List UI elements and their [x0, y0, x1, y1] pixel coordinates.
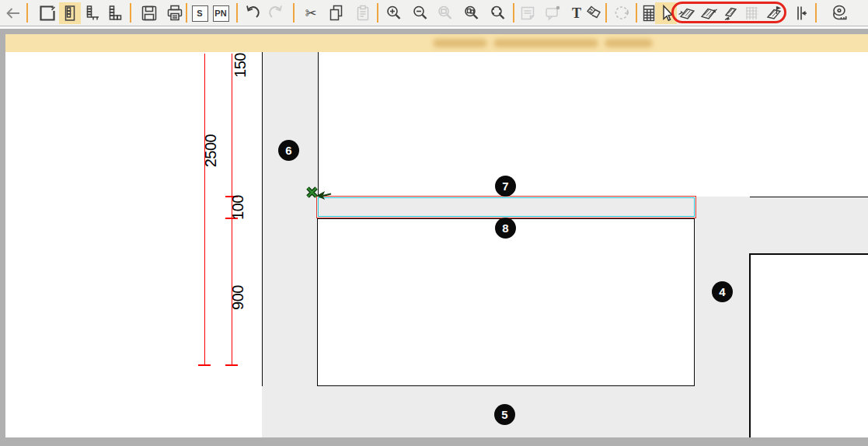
note-button[interactable] [517, 2, 539, 24]
dimension-label-top: 150 [232, 52, 250, 96]
corner-section-icon [104, 3, 124, 23]
dimension-label-lintel: 100 [229, 176, 248, 239]
wall-3d-icon [720, 3, 741, 23]
selected-lintel-element[interactable] [316, 196, 696, 218]
toolbar-separator [815, 3, 817, 23]
toolbar-separator [236, 3, 238, 23]
app-window: S PN ✂ [0, 0, 868, 446]
window-border-top [0, 29, 868, 34]
zoom-window-button[interactable] [487, 2, 509, 24]
corner-section-button[interactable] [103, 2, 125, 24]
zoom-pages-button[interactable] [461, 2, 483, 24]
arrow-left-icon [3, 3, 23, 23]
select-tool-button[interactable] [655, 2, 677, 24]
parallel-lines-arrow-icon [790, 3, 810, 23]
wall-opening-tool[interactable] [763, 2, 785, 24]
magnifier-minus-icon [410, 3, 431, 23]
magnifier-window-icon [488, 3, 508, 23]
toolbar-separator [636, 3, 637, 23]
dimension-line-total [204, 54, 205, 365]
back-button[interactable] [2, 2, 24, 24]
callout-badge: 5 [494, 404, 515, 425]
callout-badge: 6 [278, 140, 299, 161]
plan-section-icon [82, 3, 102, 23]
redo-button[interactable] [265, 2, 287, 24]
cursor-arrow-icon [656, 3, 676, 23]
magnifier-pages-icon [462, 3, 482, 23]
window-border-bottom [0, 437, 868, 446]
floppy-icon [139, 3, 159, 23]
room-outline-icon [37, 3, 58, 23]
wall-3d-icon [677, 3, 697, 23]
wall-3d-tool-2[interactable] [698, 2, 720, 24]
scissors-icon: ✂ [305, 6, 316, 20]
redo-arrow-icon [266, 3, 286, 23]
color-chips-icon [584, 3, 605, 23]
dimension-tick [225, 364, 238, 366]
s-button[interactable]: S [189, 2, 211, 24]
snap-cursor-arrow-icon [315, 190, 333, 201]
paste-button[interactable] [352, 2, 374, 24]
toolbar-separator [293, 3, 295, 23]
toolbar-separator [130, 3, 131, 23]
parallel-dimension-tool[interactable] [790, 2, 811, 24]
panel-section-icon [60, 3, 80, 23]
note-icon [518, 3, 538, 23]
room-secondary[interactable] [751, 255, 868, 437]
measure-tape-tool[interactable] [829, 2, 851, 24]
toolbar: S PN ✂ [0, 0, 868, 26]
wall-left[interactable] [262, 52, 319, 386]
zoom-in-button[interactable] [383, 2, 405, 24]
save-button[interactable] [138, 2, 160, 24]
opening-main[interactable] [317, 218, 695, 386]
measuring-tape-icon [829, 3, 851, 23]
dimension-tick [198, 364, 211, 366]
wall-3d-tool-1[interactable] [676, 2, 698, 24]
zoom-fit-button[interactable] [434, 2, 456, 24]
room-outline-view-button[interactable] [37, 2, 58, 24]
clipboard-icon [353, 3, 373, 23]
room-secondary-left-edge [749, 253, 751, 437]
rotate-button[interactable] [611, 2, 633, 24]
wall-3d-icon [699, 3, 719, 23]
copy-button[interactable] [326, 2, 347, 24]
pn-button[interactable]: PN [210, 2, 232, 24]
window-border-left [0, 34, 5, 446]
letter-t-icon: T [572, 5, 581, 22]
title-band [5, 34, 868, 52]
section-view-button[interactable] [59, 2, 81, 24]
callout-badge: 8 [495, 218, 516, 239]
callout-badge: 4 [712, 281, 733, 302]
comment-icon [542, 3, 563, 23]
materials-button[interactable] [584, 2, 605, 24]
zoom-out-button[interactable] [410, 2, 431, 24]
blurred-title-text [493, 39, 598, 47]
drawing-canvas[interactable]: 2500 150 100 900 6 7 8 4 5 [0, 52, 868, 437]
cut-button[interactable]: ✂ [300, 2, 322, 24]
grid-icon [742, 3, 762, 23]
toolbar-separator [605, 3, 607, 23]
callout-badge: 7 [495, 176, 516, 197]
comment-button[interactable] [542, 2, 563, 24]
wall-opening-icon [764, 3, 784, 23]
room-secondary-top-edge [749, 253, 868, 255]
toolbar-separator [26, 3, 28, 23]
plan-section-button[interactable] [81, 2, 103, 24]
dashed-circle-icon [612, 3, 632, 23]
toolbar-separator [513, 3, 514, 23]
magnifier-plus-icon [384, 3, 404, 23]
grid-tool[interactable] [741, 2, 763, 24]
dimension-label-total: 2500 [202, 120, 221, 182]
copy-pages-icon [326, 3, 347, 23]
toolbar-separator [377, 3, 378, 23]
undo-button[interactable] [242, 2, 263, 24]
dimension-label-opening: 900 [229, 267, 248, 329]
undo-arrow-icon [242, 3, 263, 23]
print-button[interactable] [164, 2, 186, 24]
toolbar-separator [186, 3, 187, 23]
magnifier-rect-icon [435, 3, 455, 23]
blurred-title-text [605, 39, 653, 47]
blurred-title-text [433, 39, 487, 47]
selected-lintel-accent [318, 197, 695, 217]
wall-3d-tool-3[interactable] [720, 2, 741, 24]
